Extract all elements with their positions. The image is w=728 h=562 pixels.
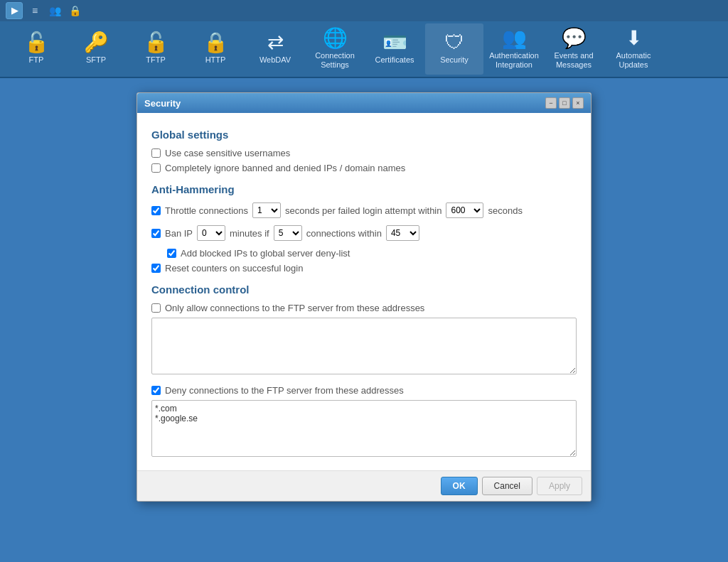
case-sensitive-row: Use case sensitive usernames bbox=[151, 148, 577, 158]
top-bar: ▶ ≡ 👥 🔒 bbox=[0, 0, 728, 21]
toolbar-events-messages[interactable]: 💬 Events and Messages bbox=[545, 23, 603, 75]
users-icon[interactable]: 👥 bbox=[47, 3, 63, 18]
dialog-body: Global settings Use case sensitive usern… bbox=[137, 113, 591, 470]
throttle-label: Throttle connections bbox=[165, 205, 248, 216]
seconds-per-label: seconds per failed login attempt within bbox=[285, 205, 441, 216]
only-allow-checkbox[interactable] bbox=[151, 303, 161, 313]
toolbar-webdav[interactable]: ⇄ WebDAV bbox=[246, 23, 304, 75]
toolbar-auto-updates[interactable]: ⬇ Automatic Updates bbox=[604, 23, 663, 75]
toolbar-auth-integration[interactable]: 👥 Authentication Integration bbox=[485, 23, 543, 75]
apply-button[interactable]: Apply bbox=[537, 477, 582, 495]
toolbar-http[interactable]: 🔒 HTTP bbox=[186, 23, 245, 75]
lock-icon[interactable]: 🔒 bbox=[67, 3, 82, 18]
throttle-value-select[interactable]: 123510 bbox=[252, 202, 281, 218]
ok-button[interactable]: OK bbox=[441, 477, 478, 495]
maximize-button[interactable]: □ bbox=[559, 97, 570, 109]
play-button[interactable]: ▶ bbox=[6, 2, 23, 19]
security-dialog: Security − □ × Global settings Use case … bbox=[136, 92, 592, 502]
global-settings-heading: Global settings bbox=[151, 129, 577, 141]
cancel-button[interactable]: Cancel bbox=[482, 477, 532, 495]
within2-select[interactable]: 15304560120 bbox=[386, 225, 419, 241]
toolbar-tftp[interactable]: 🔓 TFTP bbox=[127, 23, 185, 75]
connection-settings-icon: 🌐 bbox=[323, 28, 348, 48]
toolbar: 🔓 FTP 🔑 SFTP 🔓 TFTP 🔒 HTTP ⇄ WebDAV 🌐 Co… bbox=[0, 21, 728, 78]
within-value-select[interactable]: 3006009001200 bbox=[446, 202, 483, 218]
deny-row: Deny connections to the FTP server from … bbox=[151, 385, 577, 396]
add-blocked-label: Add blocked IPs to global server deny-li… bbox=[181, 248, 350, 259]
ban-ip-label: Ban IP bbox=[165, 228, 193, 239]
minutes-if-label: minutes if bbox=[230, 228, 269, 239]
toolbar-sftp[interactable]: 🔑 SFTP bbox=[67, 23, 125, 75]
ftp-icon: 🔓 bbox=[24, 33, 49, 53]
dialog-titlebar: Security − □ × bbox=[137, 93, 591, 113]
deny-textarea[interactable]: *.com *.google.se bbox=[151, 400, 577, 457]
menu-icon[interactable]: ≡ bbox=[27, 3, 43, 18]
throttle-row: Throttle connections 123510 seconds per … bbox=[151, 202, 577, 218]
sftp-icon: 🔑 bbox=[84, 33, 109, 53]
reset-counters-label: Reset counters on succesful login bbox=[165, 263, 303, 274]
throttle-checkbox[interactable] bbox=[151, 206, 161, 215]
only-allow-row: Only allow connections to the FTP server… bbox=[151, 303, 577, 313]
close-button[interactable]: × bbox=[572, 97, 584, 109]
ignore-banned-label: Completely ignore banned and denied IPs … bbox=[165, 163, 405, 173]
deny-checkbox[interactable] bbox=[151, 386, 161, 395]
reset-counters-checkbox[interactable] bbox=[151, 264, 161, 273]
ignore-banned-row: Completely ignore banned and denied IPs … bbox=[151, 163, 577, 173]
auth-integration-icon: 👥 bbox=[502, 28, 527, 48]
ban-ip-row: Ban IP 05103060 minutes if 351020 connec… bbox=[151, 225, 577, 241]
certificates-icon: 🪪 bbox=[382, 33, 407, 53]
ignore-banned-checkbox[interactable] bbox=[151, 163, 161, 173]
toolbar-ftp[interactable]: 🔓 FTP bbox=[7, 23, 65, 75]
case-sensitive-checkbox[interactable] bbox=[151, 148, 161, 158]
reset-counters-row: Reset counters on succesful login bbox=[151, 263, 577, 274]
toolbar-connection-settings[interactable]: 🌐 Connection Settings bbox=[306, 23, 364, 75]
add-blocked-row: Add blocked IPs to global server deny-li… bbox=[167, 248, 577, 259]
connections-within-label: connections within bbox=[306, 228, 382, 239]
auto-updates-icon: ⬇ bbox=[626, 28, 642, 48]
toolbar-security[interactable]: 🛡 Security bbox=[425, 23, 483, 75]
dialog-controls: − □ × bbox=[545, 97, 584, 109]
webdav-icon: ⇄ bbox=[267, 33, 284, 53]
events-messages-icon: 💬 bbox=[562, 28, 587, 48]
connection-control-heading: Connection control bbox=[151, 283, 577, 296]
only-allow-textarea[interactable] bbox=[151, 318, 577, 374]
dialog-footer: OK Cancel Apply bbox=[137, 470, 591, 501]
only-allow-label: Only allow connections to the FTP server… bbox=[165, 303, 424, 313]
ban-minutes-select[interactable]: 05103060 bbox=[197, 225, 225, 241]
connections-select[interactable]: 351020 bbox=[274, 225, 302, 241]
anti-hammering-heading: Anti-Hammering bbox=[151, 183, 577, 195]
add-blocked-checkbox[interactable] bbox=[167, 249, 176, 258]
tftp-icon: 🔓 bbox=[144, 33, 168, 53]
seconds-label: seconds bbox=[488, 205, 522, 216]
main-content: Security − □ × Global settings Use case … bbox=[0, 78, 728, 562]
minimize-button[interactable]: − bbox=[545, 97, 557, 109]
security-icon: 🛡 bbox=[444, 33, 464, 53]
dialog-title: Security bbox=[144, 98, 181, 109]
case-sensitive-label: Use case sensitive usernames bbox=[165, 148, 290, 158]
deny-label: Deny connections to the FTP server from … bbox=[165, 385, 404, 396]
ban-ip-checkbox[interactable] bbox=[151, 229, 161, 238]
http-icon: 🔒 bbox=[203, 33, 228, 53]
toolbar-certificates[interactable]: 🪪 Certificates bbox=[365, 23, 424, 75]
